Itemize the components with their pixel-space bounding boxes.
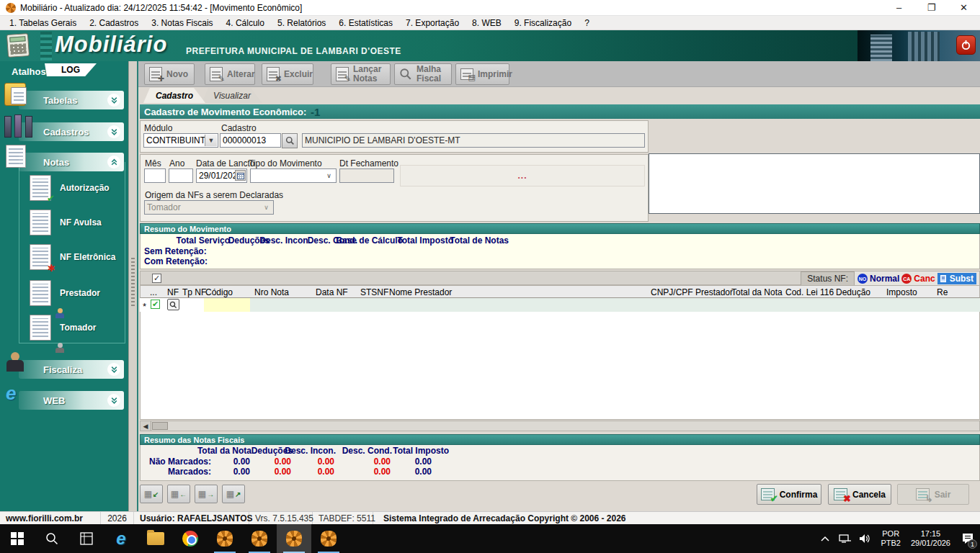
nav-next-button[interactable]: ▦→ [195,485,218,503]
print-button[interactable]: ▤ Imprimir [455,63,509,85]
calendar-button[interactable] [235,170,246,181]
chevron-up-icon[interactable] [107,156,120,168]
menu-item-exportacao[interactable]: 7. Exportação [399,16,466,30]
menu-item-cadastros[interactable]: 2. Cadastros [83,16,145,30]
menu-item-calculo[interactable]: 4. Cálculo [220,16,271,30]
confirm-button[interactable]: ✔ Confirma [757,484,821,505]
col-total-nota[interactable]: Total da Nota [731,287,783,297]
status-normal[interactable]: Normal [870,274,899,284]
col-tp-nf[interactable]: Tp NF [182,287,206,297]
chevron-down-icon[interactable] [107,394,120,407]
status-subst[interactable]: Subst [937,273,976,284]
nav-prev-button[interactable]: ▦← [167,485,190,503]
sidebar-group-notas[interactable]: Notas [19,153,124,171]
minimize-button[interactable]: – [883,0,915,16]
sidebar-item-autorizacao[interactable]: ✔ Autorização [30,175,110,201]
tax-mesh-button[interactable]: Malha Fiscal [394,63,452,85]
row-search-button[interactable] [167,299,179,310]
taskbar-chrome[interactable] [173,524,208,553]
grid-row[interactable]: * ✔ [140,298,980,312]
row-cells[interactable] [250,298,980,312]
sidebar-group-cadastros[interactable]: Cadastros [19,122,124,141]
tray-chevron-icon[interactable] [815,524,835,553]
close-button[interactable]: ✕ [948,0,980,16]
new-button[interactable]: ✚ Novo [144,63,195,85]
status-canc[interactable]: Canc [914,274,935,284]
sidebar-item-nf-eletronica[interactable]: ✱ NF Eletrônica [30,244,115,270]
log-tab[interactable]: LOG [45,63,97,76]
taskbar-app-2[interactable] [242,524,277,553]
col-deducao[interactable]: Dedução [836,287,870,297]
col-data-nf[interactable]: Data NF [316,287,348,297]
exit-button[interactable]: ↳ Sair [897,484,969,505]
taskbar-app-1[interactable] [208,524,242,553]
search-button[interactable] [35,524,69,553]
maximize-button[interactable]: ❐ [915,0,948,16]
select-all-checkbox[interactable]: ✓ [152,274,161,283]
menu-item-web[interactable]: 8. WEB [466,16,508,30]
menu-item-fiscalizacao[interactable]: 9. Fiscalização [508,16,578,30]
sidebar-item-prestador[interactable]: Prestador [30,280,100,306]
taskbar-app-4[interactable] [311,524,346,553]
col-codigo[interactable]: Código [205,287,233,297]
taskbar-app-3-active[interactable] [277,524,311,553]
scroll-thumb[interactable] [152,422,168,430]
taskbar-ie[interactable]: e [104,524,138,553]
start-button[interactable] [0,524,35,553]
sidebar-item-nf-avulsa[interactable]: NF Avulsa [30,210,102,235]
grid-body[interactable] [140,312,980,420]
taskbar-explorer[interactable] [138,524,173,553]
menu-item-estatisticas[interactable]: 6. Estatísticas [332,16,399,30]
menu-item-help[interactable]: ? [578,16,596,30]
scroll-left-arrow[interactable]: ◀ [141,421,151,431]
horizontal-scrollbar[interactable]: ◀ [140,421,980,431]
ano-input[interactable] [169,168,193,183]
col-cod-lei[interactable]: Cod. Lei 116 [785,287,834,297]
launch-notes-button[interactable]: ✎ Lançar Notas [331,63,391,85]
sidebar-group-web[interactable]: WEB [19,391,124,410]
row-checkbox[interactable]: ✔ [151,300,160,309]
chevron-down-icon[interactable] [107,94,120,107]
delete-button[interactable]: ✖ Excluir [262,63,313,85]
data-lancto-input[interactable]: 29/01/2026 [196,168,247,183]
col-re[interactable]: Re [937,287,948,297]
chevron-down-icon[interactable] [107,125,120,138]
nav-last-button[interactable]: ▦↗ [222,485,245,503]
nav-first-button[interactable]: ▦↙ [140,485,163,503]
col-nf[interactable]: NF [167,287,179,297]
language-indicator[interactable]: POR PTB2 [876,529,906,548]
network-icon[interactable] [835,524,855,553]
sidebar-group-tabelas[interactable]: Tabelas [19,91,124,109]
notification-button[interactable]: 1 [956,524,980,553]
power-button[interactable] [956,35,976,55]
codigo-cell[interactable] [204,298,250,312]
col-stsnf[interactable]: STSNF [360,287,388,297]
cadastro-search-button[interactable] [282,133,298,148]
mes-input[interactable] [144,168,166,183]
clock[interactable]: 17:15 29/01/2026 [906,529,956,548]
col-nome-prestador[interactable]: Nome Prestador [389,287,452,297]
cadastro-input[interactable]: 000000013 [220,133,281,148]
tipo-movimento-select[interactable]: ∨ [250,168,337,183]
col-imposto[interactable]: Imposto [886,287,917,297]
menu-item-relatorios[interactable]: 5. Relatórios [271,16,332,30]
menu-item-notas-fiscais[interactable]: 3. Notas Fiscais [145,16,219,30]
user-label: Usuário: RAFAELJSANTOS [134,512,249,525]
cancel-button[interactable]: ✖ Cancela [828,484,891,505]
notes-memo[interactable] [649,153,980,214]
col-cnpj-prestador[interactable]: CNPJ/CPF Prestador [651,287,733,297]
modulo-select[interactable]: CONTRIBUINTE ▼ [143,133,218,148]
splitter[interactable] [128,61,137,511]
col-nro-nota[interactable]: Nro Nota [254,287,289,297]
volume-icon[interactable] [855,524,876,553]
col-dots[interactable]: ... [150,287,157,297]
menu-item-tabelas-gerais[interactable]: 1. Tabelas Gerais [3,16,83,30]
task-view-button[interactable] [69,524,104,553]
more-button[interactable]: ... [400,165,645,186]
tab-cadastro[interactable]: Cadastro [143,88,205,103]
tab-visualizar[interactable]: Visualizar [202,88,262,103]
chevron-down-icon[interactable] [107,363,120,376]
sidebar-group-fiscaliza[interactable]: Fiscaliza [19,360,124,379]
edit-button[interactable]: ✎ Alterar [205,63,255,85]
sidebar-item-tomador[interactable]: Tomador [30,315,96,341]
